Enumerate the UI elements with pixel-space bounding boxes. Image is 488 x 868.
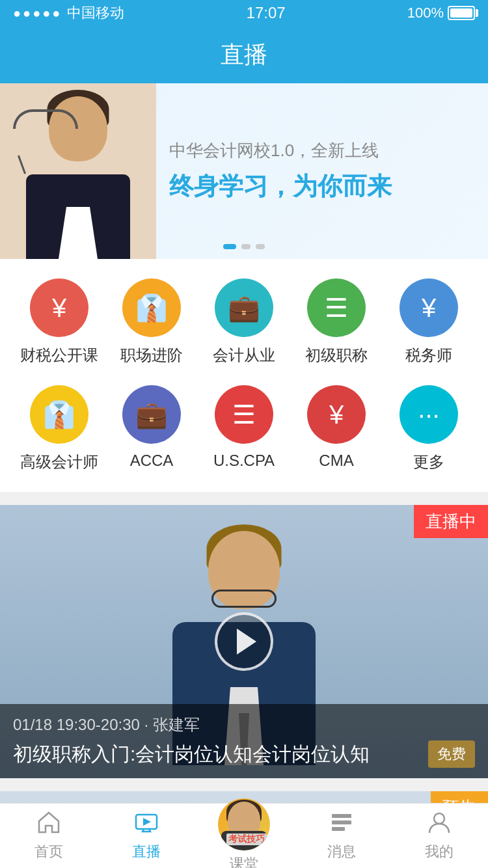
battery-percent: 100% — [407, 5, 444, 21]
battery-fill — [450, 8, 472, 18]
battery-area: 100% — [407, 5, 475, 21]
category-uscpa[interactable]: ☰ U.S.CPA — [205, 385, 283, 472]
nav-bar: 直播 — [0, 26, 488, 83]
live-card[interactable]: 直播中 01/18 19:30-20:30 · 张建军 初级职称入门:会计岗位认… — [0, 505, 488, 778]
live-title: 初级职称入门:会计岗位认知会计岗位认知 — [13, 741, 422, 768]
tab-profile[interactable]: 我的 — [390, 811, 488, 861]
tab-live[interactable]: 直播 — [98, 811, 195, 861]
zhichang-symbol: 👔 — [135, 295, 168, 321]
headset-icon — [13, 109, 78, 129]
more-symbol: ··· — [418, 401, 439, 427]
banner-dot-3[interactable] — [256, 244, 265, 249]
banner-dots — [223, 244, 265, 249]
acca-symbol: 💼 — [135, 401, 168, 427]
category-section: ¥ 财税公开课 👔 职场进阶 💼 会计从业 ☰ 初级职称 — [0, 259, 488, 492]
lp-glasses — [211, 590, 277, 608]
live-meta: 01/18 19:30-20:30 · 张建军 — [13, 714, 475, 735]
category-kuaijicongye[interactable]: 💼 会计从业 — [205, 278, 283, 366]
banner-subtitle: 中华会计网校1.0，全新上线 — [169, 139, 468, 162]
person-head — [49, 96, 107, 161]
category-more[interactable]: ··· 更多 — [390, 385, 468, 472]
avatar-text: 考试技巧 — [226, 834, 267, 845]
category-cma[interactable]: ¥ CMA — [297, 385, 375, 472]
category-icon-kuaiji: 💼 — [215, 278, 273, 337]
category-chujizhi[interactable]: ☰ 初级职称 — [297, 278, 375, 366]
live-title-row: 初级职称入门:会计岗位认知会计岗位认知 免费 — [13, 740, 475, 768]
tab-home[interactable]: 首页 — [0, 811, 98, 861]
category-label-gaoji: 高级会计师 — [20, 452, 98, 472]
category-icon-uscpa: ☰ — [215, 385, 273, 444]
banner-dot-1[interactable] — [223, 244, 236, 249]
mic-icon — [18, 155, 26, 174]
category-label-shuiwu: 税务师 — [405, 345, 452, 366]
category-label-kuaiji: 会计从业 — [213, 345, 275, 366]
signal-icon: ●●●●● — [13, 6, 62, 21]
category-label-zhichang: 职场进阶 — [120, 345, 183, 366]
play-button[interactable] — [215, 612, 273, 671]
page-title: 直播 — [221, 39, 267, 71]
banner-title: 终身学习，为你而来 — [169, 169, 468, 204]
category-row-2: 👔 高级会计师 💼 ACCA ☰ U.S.CPA ¥ CMA — [13, 385, 475, 472]
svg-rect-4 — [332, 827, 345, 831]
tab-profile-label: 我的 — [425, 842, 454, 861]
home-icon — [37, 811, 61, 838]
message-icon — [330, 811, 353, 838]
status-bar: ●●●●● 中国移动 17:07 100% — [0, 0, 488, 26]
tab-messages[interactable]: 消息 — [293, 811, 390, 861]
battery-icon — [448, 6, 475, 20]
svg-rect-3 — [332, 821, 351, 824]
category-label-cma: CMA — [319, 452, 353, 470]
live-badge: 直播中 — [414, 505, 488, 538]
kuaiji-symbol: 💼 — [228, 295, 260, 321]
category-label-uscpa: U.S.CPA — [213, 452, 275, 470]
shuiwu-symbol: ¥ — [422, 295, 436, 321]
category-icon-caishu: ¥ — [30, 278, 88, 337]
tab-bar: 首页 直播 考试技巧 课堂 消息 — [0, 803, 488, 868]
free-badge: 免费 — [428, 740, 475, 768]
category-icon-chuji: ☰ — [307, 278, 366, 337]
category-icon-cma: ¥ — [307, 385, 366, 444]
tab-home-label: 首页 — [34, 842, 63, 861]
section-gap-2 — [0, 778, 488, 791]
category-icon-gaoji: 👔 — [30, 385, 88, 444]
category-icon-more: ··· — [400, 385, 458, 444]
play-icon — [237, 629, 256, 655]
live-icon — [135, 811, 158, 838]
tab-messages-label: 消息 — [327, 842, 356, 861]
category-row-1: ¥ 财税公开课 👔 职场进阶 💼 会计从业 ☰ 初级职称 — [13, 278, 475, 366]
banner[interactable]: 中华会计网校1.0，全新上线 终身学习，为你而来 — [0, 83, 488, 259]
banner-dot-2[interactable] — [241, 244, 251, 249]
svg-point-5 — [434, 813, 444, 824]
tab-classroom[interactable]: 考试技巧 课堂 — [195, 798, 293, 869]
svg-rect-2 — [332, 814, 351, 818]
carrier-label: 中国移动 — [67, 3, 124, 23]
category-icon-acca: 💼 — [122, 385, 181, 444]
banner-text: 中华会计网校1.0，全新上线 终身学习，为你而来 — [156, 119, 488, 223]
category-zhichangjinjie[interactable]: 👔 职场进阶 — [113, 278, 191, 366]
person-shirt — [59, 207, 98, 259]
category-icon-shuiwu: ¥ — [400, 278, 458, 337]
profile-icon — [427, 811, 451, 838]
svg-marker-1 — [143, 818, 151, 826]
category-gaoji[interactable]: 👔 高级会计师 — [20, 385, 98, 472]
section-gap-1 — [0, 492, 488, 505]
caishu-symbol: ¥ — [52, 295, 66, 321]
category-icon-zhichang: 👔 — [122, 278, 181, 337]
tab-live-label: 直播 — [132, 842, 161, 861]
category-label-caishu: 财税公开课 — [20, 345, 98, 366]
category-label-more: 更多 — [413, 452, 444, 472]
gaoji-symbol: 👔 — [43, 401, 75, 427]
lp-head — [208, 531, 280, 609]
category-label-acca: ACCA — [130, 452, 174, 470]
classroom-avatar: 考试技巧 — [218, 798, 270, 850]
category-label-chuji: 初级职称 — [305, 345, 368, 366]
live-info-bar: 01/18 19:30-20:30 · 张建军 初级职称入门:会计岗位认知会计岗… — [0, 704, 488, 778]
uscpa-symbol: ☰ — [232, 401, 256, 427]
category-acca[interactable]: 💼 ACCA — [113, 385, 191, 472]
time-display: 17:07 — [247, 4, 286, 22]
banner-person — [0, 83, 156, 259]
category-caishuigongkaike[interactable]: ¥ 财税公开课 — [20, 278, 98, 366]
category-shuiwushi[interactable]: ¥ 税务师 — [390, 278, 468, 366]
tab-classroom-label: 课堂 — [230, 854, 258, 869]
cma-symbol: ¥ — [329, 401, 344, 427]
